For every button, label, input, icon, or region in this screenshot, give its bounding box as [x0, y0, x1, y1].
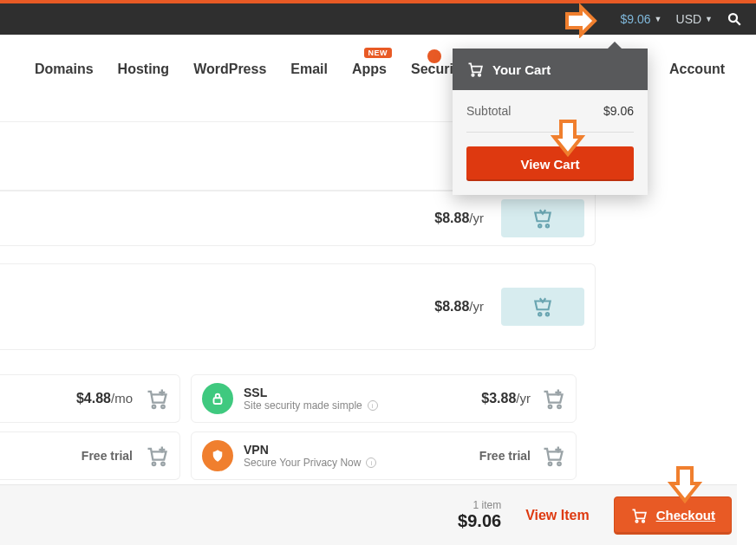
cart-added-icon — [531, 207, 554, 230]
nav-apps[interactable]: NEW Apps — [352, 62, 387, 77]
addon-ssl-card: SSL Site security made simplei $3.88/yr — [191, 374, 577, 423]
domain-results: $8.88/yr $8.88/yr — [0, 191, 596, 360]
addon-freetrial-label: Free trial — [479, 449, 531, 463]
addon-left-card: Free trial — [0, 431, 180, 480]
svg-rect-10 — [214, 398, 222, 404]
domain-result-row: $8.88/yr — [0, 263, 596, 350]
currency-selector[interactable]: USD — [676, 12, 702, 26]
annotation-arrow-icon — [564, 3, 598, 38]
svg-line-1 — [736, 21, 740, 25]
nav-wordpress[interactable]: WordPress — [193, 62, 266, 77]
addon-freetrial-label: Free trial — [81, 449, 133, 463]
svg-point-7 — [546, 313, 549, 315]
addon-title: SSL — [244, 386, 378, 399]
svg-point-11 — [549, 406, 552, 409]
cart-added-icon — [531, 295, 554, 318]
view-item-link[interactable]: View Item — [525, 508, 590, 523]
checkout-label: Checkout — [656, 508, 715, 522]
nav-security-label: Securit — [411, 62, 458, 76]
nav-account[interactable]: Account — [669, 62, 725, 77]
nav-security[interactable]: Securit — [411, 62, 458, 77]
addon-price: $4.88/mo — [76, 391, 133, 406]
cart-summary: 1 item $9.06 — [458, 499, 501, 531]
svg-point-2 — [472, 74, 474, 76]
domain-result-row: $8.88/yr — [0, 191, 596, 246]
svg-point-14 — [161, 463, 165, 466]
domain-price: $8.88/yr — [434, 211, 484, 226]
svg-point-18 — [642, 520, 644, 522]
svg-point-5 — [546, 224, 549, 227]
cart-subtotal-label: Subtotal — [466, 104, 511, 118]
svg-point-12 — [557, 406, 561, 409]
search-icon[interactable] — [727, 11, 742, 27]
svg-point-0 — [729, 14, 737, 22]
add-to-cart-icon[interactable] — [145, 444, 169, 468]
add-to-cart-button[interactable] — [501, 199, 584, 237]
nav-hosting[interactable]: Hosting — [118, 62, 170, 77]
add-to-cart-icon[interactable] — [541, 386, 565, 411]
cart-total-link[interactable]: $9.06 — [621, 12, 651, 26]
cart-icon — [630, 507, 648, 524]
nav-apps-label: Apps — [352, 62, 387, 76]
svg-point-4 — [538, 224, 541, 227]
cart-total: $9.06 — [458, 511, 501, 531]
cart-subtotal-value: $9.06 — [603, 104, 634, 118]
info-icon[interactable]: i — [366, 457, 376, 468]
svg-point-9 — [161, 406, 165, 409]
svg-point-6 — [538, 313, 541, 315]
nav-domains[interactable]: Domains — [35, 62, 94, 77]
svg-point-13 — [153, 463, 156, 466]
addon-left-card: $4.88/mo — [0, 374, 180, 423]
svg-point-3 — [479, 74, 481, 76]
svg-point-17 — [635, 520, 638, 522]
svg-point-8 — [153, 406, 156, 409]
caret-down-icon: ▼ — [705, 15, 713, 23]
addons: $4.88/mo SSL Site security made simplei … — [0, 374, 577, 480]
addon-price: $3.88/yr — [481, 391, 531, 406]
add-to-cart-icon[interactable] — [541, 444, 565, 468]
shield-icon — [202, 440, 233, 471]
cart-footer: 1 item $9.06 View Item Checkout — [0, 484, 737, 545]
notification-dot-icon — [427, 49, 441, 63]
info-icon[interactable]: i — [368, 400, 378, 411]
lock-icon — [202, 383, 233, 414]
new-badge: NEW — [364, 48, 393, 58]
addon-subtitle: Secure Your Privacy Nowi — [244, 457, 376, 469]
add-to-cart-icon[interactable] — [145, 386, 169, 411]
cart-dropdown-title: Your Cart — [492, 62, 551, 77]
caret-down-icon: ▼ — [655, 15, 662, 23]
svg-point-15 — [549, 463, 552, 466]
addon-title: VPN — [244, 443, 376, 457]
annotation-arrow-icon — [668, 464, 702, 504]
cart-dropdown-header: Your Cart — [453, 49, 648, 90]
addon-vpn-card: VPN Secure Your Privacy Nowi Free trial — [191, 431, 577, 480]
nav-email[interactable]: Email — [290, 62, 328, 77]
addon-subtitle: Site security made simplei — [244, 399, 378, 412]
domain-price: $8.88/yr — [434, 299, 484, 315]
annotation-arrow-icon — [551, 118, 585, 158]
cart-item-count: 1 item — [458, 499, 501, 511]
top-bar: $9.06 ▼ USD ▼ — [0, 0, 756, 35]
add-to-cart-button[interactable] — [501, 288, 584, 326]
cart-icon — [466, 61, 484, 78]
svg-point-16 — [557, 463, 561, 466]
